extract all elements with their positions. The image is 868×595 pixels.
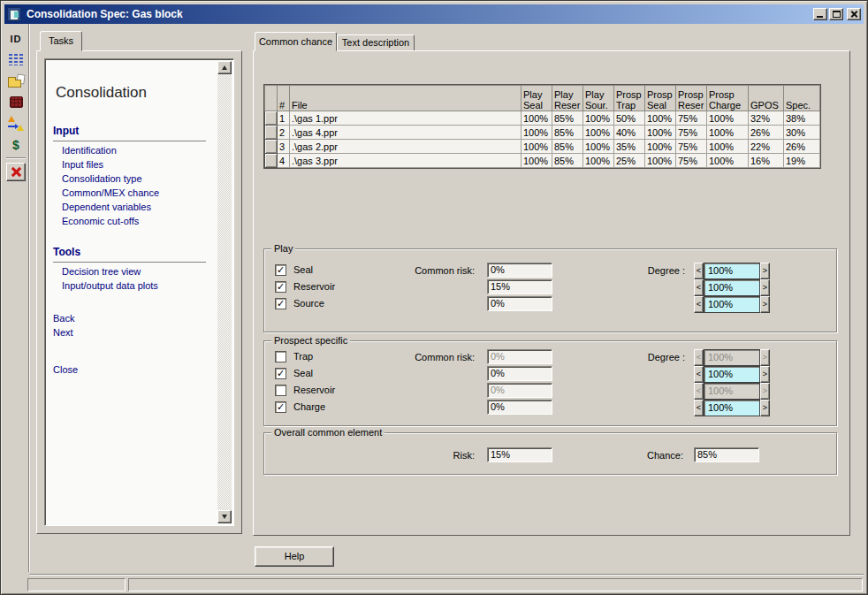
link-back[interactable]: Back (53, 311, 74, 325)
toolbar-consolidation-type-button[interactable] (6, 93, 26, 111)
cell-value[interactable]: 35% (614, 140, 645, 154)
cell-value[interactable]: 100% (645, 111, 676, 126)
tab-text-description[interactable]: Text description (337, 34, 415, 51)
cell-value[interactable]: 100% (645, 154, 676, 168)
spinner-increment-button[interactable]: > (760, 349, 770, 366)
cell-num[interactable]: 1 (278, 111, 290, 126)
spinner-decrement-button[interactable]: < (694, 400, 704, 416)
common-risk-input-play-seal[interactable]: 0% (487, 263, 552, 278)
cell-value[interactable]: 26% (784, 140, 820, 154)
toolbar-close-button[interactable] (6, 163, 26, 181)
cell-value[interactable]: 100% (645, 140, 676, 154)
checkbox-play-source[interactable] (275, 298, 286, 309)
spinner-decrement-button[interactable]: < (694, 366, 704, 383)
common-risk-input-prospect-seal[interactable]: 0% (487, 366, 552, 381)
spinner-decrement-button[interactable]: < (694, 349, 704, 366)
cell-value[interactable]: 100% (583, 154, 614, 168)
cell-value[interactable]: 100% (707, 126, 749, 140)
cell-value[interactable]: 75% (676, 111, 707, 126)
cell-value[interactable]: 19% (784, 154, 820, 168)
cell-value[interactable]: 100% (707, 140, 749, 154)
link-consolidation-type[interactable]: Consolidation type (62, 172, 159, 186)
cell-value[interactable]: 75% (676, 154, 707, 168)
link-input-files[interactable]: Input files (62, 157, 159, 172)
maximize-button[interactable] (829, 8, 843, 20)
cell-value[interactable]: 85% (552, 111, 583, 126)
checkbox-prospect-charge[interactable] (275, 401, 286, 413)
link-economic-cut-offs[interactable]: Economic cut-offs (62, 214, 159, 228)
toolbar-input-files-button[interactable] (6, 50, 26, 69)
cell-value[interactable]: 100% (707, 111, 749, 126)
toolbar-open-button[interactable] (6, 72, 26, 90)
cell-value[interactable]: 100% (522, 126, 552, 140)
cell-value[interactable]: 50% (614, 111, 645, 126)
row-selector[interactable] (265, 140, 278, 154)
degree-value[interactable]: 100% (704, 366, 760, 383)
link-next[interactable]: Next (53, 325, 73, 339)
cell-value[interactable]: 100% (583, 140, 614, 154)
toolbar-chance-button[interactable] (6, 114, 26, 133)
cell-value[interactable]: 100% (583, 111, 614, 126)
degree-value[interactable]: 100% (704, 400, 760, 416)
cell-value[interactable]: 32% (749, 111, 784, 126)
tab-tasks[interactable]: Tasks (40, 31, 82, 51)
cell-value[interactable]: 100% (707, 154, 749, 168)
cell-value[interactable]: 100% (583, 126, 614, 140)
spinner-increment-button[interactable]: > (760, 366, 770, 383)
spinner-increment-button[interactable]: > (760, 400, 770, 416)
degree-value[interactable]: 100% (704, 296, 760, 313)
common-risk-input-play-source[interactable]: 0% (487, 296, 552, 311)
overall-chance-input[interactable]: 85% (694, 447, 759, 462)
scroll-down-button[interactable] (217, 510, 232, 523)
row-selector[interactable] (265, 154, 278, 168)
degree-value[interactable]: 100% (704, 383, 760, 400)
cell-num[interactable]: 2 (278, 126, 290, 140)
link-input-output-data-plots[interactable]: Input/output data plots (62, 278, 158, 293)
toolbar-economics-button[interactable]: $ (6, 135, 26, 154)
scroll-up-button[interactable] (217, 61, 232, 74)
spinner-increment-button[interactable]: > (760, 296, 770, 313)
cell-num[interactable]: 3 (278, 140, 290, 154)
spinner-decrement-button[interactable]: < (694, 383, 704, 400)
checkbox-play-reservoir[interactable] (275, 281, 286, 293)
cell-num[interactable]: 4 (278, 154, 290, 168)
overall-risk-input[interactable]: 15% (487, 447, 552, 462)
cell-value[interactable]: 38% (784, 111, 820, 126)
tab-common-chance[interactable]: Common chance (255, 32, 337, 51)
cell-value[interactable]: 85% (552, 154, 583, 168)
degree-value[interactable]: 100% (704, 349, 760, 366)
cell-value[interactable]: 100% (522, 111, 552, 126)
common-risk-input-prospect-reservoir[interactable]: 0% (487, 383, 552, 398)
cell-value[interactable]: 16% (749, 154, 784, 168)
cell-file[interactable]: .\gas 3.ppr (290, 154, 522, 168)
spinner-increment-button[interactable]: > (760, 383, 770, 400)
checkbox-play-seal[interactable] (275, 264, 286, 276)
checkbox-prospect-trap[interactable] (275, 351, 286, 362)
common-risk-input-prospect-charge[interactable]: 0% (487, 400, 552, 415)
checkbox-prospect-reservoir[interactable] (275, 385, 286, 396)
tasks-scrollbar[interactable] (217, 61, 232, 523)
cell-file[interactable]: .\gas 1.ppr (290, 111, 522, 126)
link-common-mex-chance[interactable]: Common/MEX chance (62, 186, 159, 200)
cell-value[interactable]: 75% (676, 140, 707, 154)
titlebar[interactable]: Consolidation Spec: Gas block (4, 4, 864, 24)
cell-value[interactable]: 75% (676, 126, 707, 140)
minimize-button[interactable] (813, 8, 827, 20)
cell-value[interactable]: 26% (749, 126, 784, 140)
link-identification[interactable]: Identification (62, 143, 159, 157)
spinner-decrement-button[interactable]: < (694, 263, 704, 279)
cell-value[interactable]: 40% (614, 126, 645, 140)
toolbar-identification-button[interactable]: ID (6, 29, 26, 48)
spinner-decrement-button[interactable]: < (694, 296, 704, 313)
degree-value[interactable]: 100% (704, 279, 760, 296)
spinner-increment-button[interactable]: > (760, 263, 770, 279)
link-dependent-variables[interactable]: Dependent variables (62, 200, 159, 214)
cell-value[interactable]: 85% (552, 140, 583, 154)
cell-value[interactable]: 100% (522, 140, 552, 154)
common-risk-input-prospect-trap[interactable]: 0% (487, 349, 552, 364)
help-button[interactable]: Help (255, 546, 334, 567)
cell-value[interactable]: 30% (784, 126, 820, 140)
cell-file[interactable]: .\gas 2.ppr (290, 140, 522, 154)
degree-value[interactable]: 100% (704, 263, 760, 279)
cell-value[interactable]: 25% (614, 154, 645, 168)
